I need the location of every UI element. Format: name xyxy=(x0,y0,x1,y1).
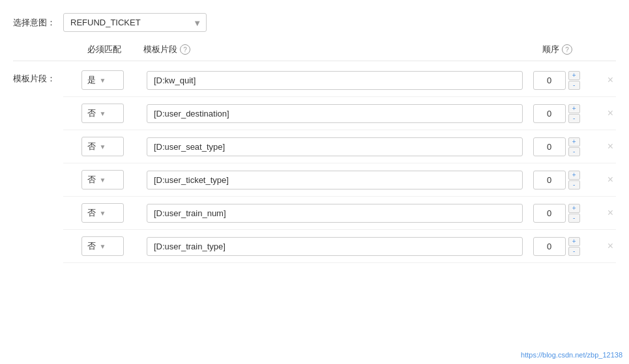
order-input[interactable] xyxy=(533,71,566,90)
must-match-value: 否 xyxy=(87,141,96,152)
must-select-arrow-icon: ▼ xyxy=(100,77,106,84)
stepper-plus-button[interactable]: + xyxy=(568,171,580,180)
table-row: 否 ▼ + - × xyxy=(63,230,616,263)
delete-row-button[interactable]: × xyxy=(605,238,616,255)
order-stepper: + - xyxy=(568,137,580,156)
order-input[interactable] xyxy=(533,137,566,156)
must-match-select[interactable]: 是 ▼ xyxy=(81,70,124,90)
main-area: 模板片段： 是 ▼ + - × 否 ▼ xyxy=(13,64,616,263)
order-cell: + - xyxy=(533,204,598,223)
stepper-minus-button[interactable]: - xyxy=(568,81,580,90)
order-stepper: + - xyxy=(568,71,580,90)
intent-select[interactable]: REFUND_TICKET xyxy=(63,13,207,32)
stepper-minus-button[interactable]: - xyxy=(568,247,580,256)
template-help-icon[interactable]: ? xyxy=(180,44,190,55)
order-cell: + - xyxy=(533,71,598,90)
order-input[interactable] xyxy=(533,204,566,223)
template-fragment-input[interactable] xyxy=(147,237,523,256)
stepper-minus-button[interactable]: - xyxy=(568,214,580,223)
stepper-plus-button[interactable]: + xyxy=(568,104,580,113)
delete-row-button[interactable]: × xyxy=(605,171,616,188)
template-fragment-cell xyxy=(147,104,523,123)
must-match-value: 否 xyxy=(87,240,96,252)
header-must-match: 必须匹配 xyxy=(65,44,143,55)
must-match-value: 是 xyxy=(87,74,96,86)
table-row: 否 ▼ + - × xyxy=(63,197,616,230)
must-match-cell: 否 ▼ xyxy=(63,137,141,156)
intent-select-value: REFUND_TICKET xyxy=(70,18,141,27)
must-match-cell: 否 ▼ xyxy=(63,236,141,256)
must-select-arrow-icon: ▼ xyxy=(100,176,106,184)
order-input[interactable] xyxy=(533,104,566,123)
table-row: 否 ▼ + - × xyxy=(63,130,616,163)
header-order: 顺序 ? xyxy=(525,44,590,55)
order-stepper: + - xyxy=(568,171,580,189)
order-stepper: + - xyxy=(568,237,580,256)
template-fragment-input[interactable] xyxy=(147,171,523,189)
order-stepper: + - xyxy=(568,104,580,123)
fragment-rows-container: 是 ▼ + - × 否 ▼ + - xyxy=(63,64,616,263)
order-stepper: + - xyxy=(568,204,580,223)
delete-row-button[interactable]: × xyxy=(605,204,616,221)
order-cell: + - xyxy=(533,171,598,189)
template-fragment-input[interactable] xyxy=(147,104,523,123)
template-fragment-cell xyxy=(147,137,523,156)
delete-row-button[interactable]: × xyxy=(605,138,616,155)
must-match-value: 否 xyxy=(87,107,96,119)
stepper-plus-button[interactable]: + xyxy=(568,71,580,80)
header-template-fragment: 模板片段 ? xyxy=(143,44,525,55)
stepper-minus-button[interactable]: - xyxy=(568,147,580,156)
template-fragment-cell xyxy=(147,171,523,189)
column-headers: 必须匹配 模板片段 ? 顺序 ? xyxy=(13,44,616,61)
must-match-cell: 否 ▼ xyxy=(63,104,141,123)
must-match-select[interactable]: 否 ▼ xyxy=(81,170,124,189)
table-row: 否 ▼ + - × xyxy=(63,97,616,130)
must-match-select[interactable]: 否 ▼ xyxy=(81,137,124,156)
order-cell: + - xyxy=(533,104,598,123)
template-fragment-cell xyxy=(147,204,523,223)
must-match-cell: 是 ▼ xyxy=(63,70,141,90)
must-select-arrow-icon: ▼ xyxy=(100,243,106,250)
order-input[interactable] xyxy=(533,237,566,256)
stepper-plus-button[interactable]: + xyxy=(568,204,580,213)
order-cell: + - xyxy=(533,137,598,156)
must-match-select[interactable]: 否 ▼ xyxy=(81,104,124,123)
order-help-icon[interactable]: ? xyxy=(562,44,572,55)
template-fragment-input[interactable] xyxy=(147,71,523,90)
template-fragment-input[interactable] xyxy=(147,204,523,223)
must-match-select[interactable]: 否 ▼ xyxy=(81,236,124,256)
order-cell: + - xyxy=(533,237,598,256)
must-select-arrow-icon: ▼ xyxy=(100,143,106,150)
delete-row-button[interactable]: × xyxy=(605,72,616,89)
must-select-arrow-icon: ▼ xyxy=(100,210,106,217)
intent-label: 选择意图： xyxy=(13,17,55,29)
side-label: 模板片段： xyxy=(13,64,55,85)
intent-select-wrapper[interactable]: REFUND_TICKET ▼ xyxy=(63,13,207,32)
must-match-select[interactable]: 否 ▼ xyxy=(81,203,124,223)
must-match-value: 否 xyxy=(87,207,96,219)
must-match-cell: 否 ▼ xyxy=(63,170,141,189)
must-match-cell: 否 ▼ xyxy=(63,203,141,223)
intent-selector-row: 选择意图： REFUND_TICKET ▼ xyxy=(13,13,616,32)
stepper-minus-button[interactable]: - xyxy=(568,114,580,123)
delete-row-button[interactable]: × xyxy=(605,105,616,122)
stepper-plus-button[interactable]: + xyxy=(568,137,580,147)
stepper-plus-button[interactable]: + xyxy=(568,237,580,246)
table-row: 否 ▼ + - × xyxy=(63,163,616,197)
stepper-minus-button[interactable]: - xyxy=(568,180,580,189)
template-fragment-cell xyxy=(147,237,523,256)
table-row: 是 ▼ + - × xyxy=(63,64,616,97)
template-fragment-input[interactable] xyxy=(147,137,523,156)
order-input[interactable] xyxy=(533,171,566,189)
template-fragment-cell xyxy=(147,71,523,90)
must-select-arrow-icon: ▼ xyxy=(100,110,106,117)
must-match-value: 否 xyxy=(87,174,96,186)
